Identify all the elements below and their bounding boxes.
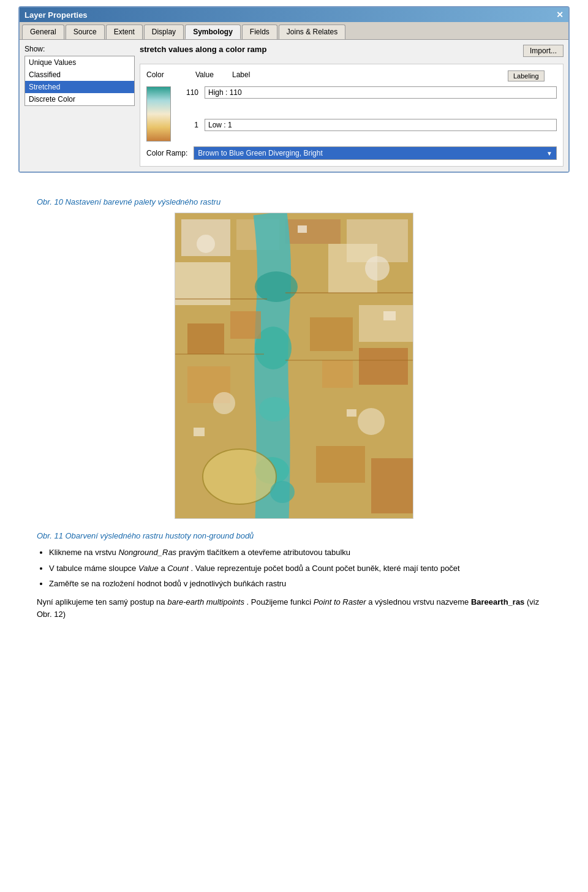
- bullet1-italic: Nonground_Ras: [118, 548, 176, 557]
- figure10-caption: Obr. 10 Nastavení barevné palety výsledn…: [37, 197, 551, 206]
- svg-rect-31: [383, 311, 396, 320]
- high-label-input[interactable]: [205, 86, 557, 99]
- color-ramp-label: Color Ramp:: [146, 149, 187, 157]
- dropdown-arrow-icon: ▼: [546, 150, 552, 157]
- tab-display[interactable]: Display: [144, 25, 184, 39]
- para-text3: a výslednou vrstvu nazveme: [368, 597, 471, 607]
- svg-point-23: [365, 256, 390, 281]
- tab-symbology[interactable]: Symbology: [185, 25, 241, 39]
- figure11-caption: Obr. 11 Obarvení výsledného rastru husto…: [37, 531, 551, 540]
- tab-extent[interactable]: Extent: [106, 25, 143, 39]
- color-ramp-container: 110 1: [146, 86, 557, 142]
- svg-point-26: [203, 449, 276, 504]
- svg-point-7: [259, 397, 290, 421]
- show-list: Unique Values Classified Stretched Discr…: [24, 56, 135, 106]
- col-header-color: Color: [146, 70, 189, 79]
- show-label: Show:: [24, 45, 135, 53]
- close-button[interactable]: ✕: [556, 10, 564, 20]
- svg-rect-32: [194, 428, 205, 436]
- tab-general[interactable]: General: [22, 25, 64, 39]
- svg-rect-13: [230, 311, 261, 339]
- color-ramp-selected-value: Brown to Blue Green Diverging, Bright: [198, 149, 322, 157]
- svg-point-5: [255, 271, 298, 302]
- bullet2-italic1: Value: [138, 564, 159, 573]
- para-bold: Bareearth_ras: [471, 597, 524, 607]
- layer-properties-dialog: Layer Properties ✕ General Source Extent…: [18, 6, 570, 173]
- bullet1-text-after: pravým tlačítkem a otevřeme atributovou …: [179, 548, 350, 557]
- svg-point-25: [358, 408, 385, 435]
- svg-rect-30: [298, 225, 307, 233]
- bullet2-text-middle: a: [160, 564, 167, 573]
- tab-source[interactable]: Source: [66, 25, 105, 39]
- svg-rect-29: [371, 458, 413, 513]
- low-value-number: 1: [180, 121, 198, 129]
- tab-joins-relates[interactable]: Joins & Relates: [279, 25, 345, 39]
- show-panel: Show: Unique Values Classified Stretched…: [24, 45, 135, 167]
- svg-rect-16: [359, 348, 408, 385]
- svg-rect-3: [285, 219, 341, 244]
- show-item-classified[interactable]: Classified: [25, 69, 134, 81]
- low-value-row: 1: [180, 119, 557, 131]
- col-header-label: Label: [232, 70, 502, 79]
- high-value-number: 110: [180, 88, 198, 97]
- color-ramp-row: Color Ramp: Brown to Blue Green Divergin…: [146, 146, 557, 160]
- map-svg: [175, 213, 413, 519]
- bullet2-text-before: V tabulce máme sloupce: [49, 564, 138, 573]
- svg-point-24: [213, 392, 235, 414]
- bullet-list: Klikneme na vrstvu Nonground_Ras pravým …: [49, 546, 551, 590]
- document-content: Obr. 10 Nastavení barevné palety výsledn…: [18, 179, 570, 640]
- spacer: [180, 104, 557, 119]
- svg-rect-28: [316, 446, 365, 483]
- color-ramp-visual: [146, 86, 171, 142]
- low-label-input[interactable]: [205, 119, 557, 131]
- final-paragraph: Nyní aplikujeme ten samý postup na bare-…: [37, 596, 551, 622]
- high-value-row: 110: [180, 86, 557, 99]
- para-italic1: bare-earth multipoints: [167, 597, 244, 607]
- tabs-bar: General Source Extent Display Symbology …: [20, 22, 568, 40]
- para-text2: . Použijeme funkci: [247, 597, 314, 607]
- import-button[interactable]: Import...: [523, 45, 564, 57]
- column-headers: Color Value Label Labeling: [146, 70, 557, 81]
- dialog-body: Show: Unique Values Classified Stretched…: [20, 40, 568, 172]
- dialog-title-label: Layer Properties: [24, 10, 88, 20]
- show-item-discrete-color[interactable]: Discrete Color: [25, 93, 134, 105]
- bullet3-text: Zaměřte se na rozložení hodnot bodů v je…: [49, 579, 286, 588]
- bullet-item-3: Zaměřte se na rozložení hodnot bodů v je…: [49, 578, 551, 590]
- bullet2-text-after: . Value reprezentuje počet bodů a Count …: [191, 564, 460, 573]
- svg-rect-12: [187, 323, 224, 354]
- bullet1-text-before: Klikneme na vrstvu: [49, 548, 118, 557]
- col-header-value: Value: [195, 70, 226, 79]
- svg-rect-17: [322, 360, 353, 388]
- value-label-rows: 110 1: [180, 86, 557, 136]
- symbology-content: Color Value Label Labeling 110: [140, 64, 564, 167]
- color-ramp-dropdown[interactable]: Brown to Blue Green Diverging, Bright ▼: [194, 146, 557, 160]
- svg-rect-11: [359, 305, 413, 342]
- bullet-item-2: V tabulce máme sloupce Value a Count . V…: [49, 562, 551, 575]
- para-italic2: Point to Raster: [314, 597, 366, 607]
- section-title: stretch values along a color ramp: [140, 45, 266, 54]
- tab-fields[interactable]: Fields: [242, 25, 277, 39]
- para-text1: Nyní aplikujeme ten samý postup na: [37, 597, 167, 607]
- svg-rect-15: [310, 317, 353, 351]
- show-item-stretched[interactable]: Stretched: [25, 81, 134, 93]
- svg-point-22: [197, 235, 215, 253]
- figure10-map: [175, 213, 413, 519]
- symbology-panel: stretch values along a color ramp Import…: [140, 45, 564, 167]
- figure10-image-container: [37, 213, 551, 519]
- svg-point-27: [270, 481, 295, 503]
- show-item-unique-values[interactable]: Unique Values: [25, 56, 134, 69]
- bullet2-italic2: Count: [167, 564, 189, 573]
- bullet-item-1: Klikneme na vrstvu Nonground_Ras pravým …: [49, 546, 551, 559]
- dialog-title-bar: Layer Properties ✕: [20, 7, 568, 22]
- labeling-button[interactable]: Labeling: [508, 70, 545, 81]
- svg-rect-33: [347, 409, 356, 417]
